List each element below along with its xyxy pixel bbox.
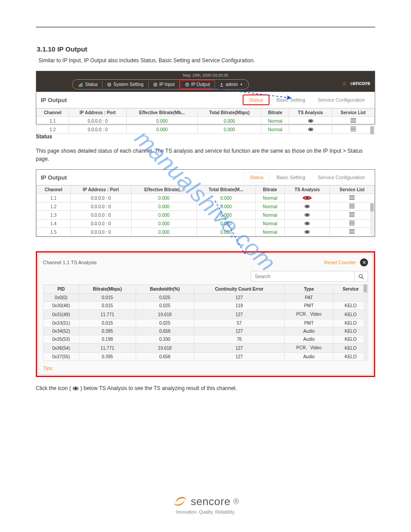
table-row: 0x36(54)11.77119.618127PCR、VideoKELO — [43, 343, 368, 353]
tips-label: Tips: — [43, 365, 368, 371]
list-icon[interactable] — [349, 204, 355, 208]
search-icon — [358, 274, 364, 279]
table-row: 1.40.0.0.0 : 00.0000.000Normal — [37, 219, 375, 228]
list-icon[interactable] — [349, 229, 355, 234]
list-icon[interactable] — [351, 127, 356, 131]
list-icon[interactable] — [351, 118, 356, 123]
svg-point-12 — [359, 274, 362, 277]
gear-icon — [153, 82, 158, 87]
top-rule — [36, 27, 375, 27]
scrollbar[interactable] — [370, 126, 374, 133]
brand-logo: Sencore — [341, 80, 370, 87]
svg-point-4 — [109, 84, 110, 85]
close-button[interactable]: ✕ — [360, 258, 368, 266]
eye-icon[interactable] — [303, 196, 312, 200]
table-row: 0x37(55)0.3950.658127AudioKELO — [43, 353, 368, 361]
search-button[interactable] — [354, 271, 368, 281]
svg-point-6 — [154, 84, 155, 85]
svg-point-8 — [187, 84, 188, 85]
svg-point-9 — [221, 83, 222, 84]
nav-pill: Status System Setting IP Input IP O — [72, 79, 249, 90]
nav-ip-output[interactable]: IP Output — [180, 80, 215, 89]
table-row: 0x30(48)0.0150.025119PMTKELO — [43, 302, 368, 310]
screenshot-status-table: IP Output Status Basic Setting Service C… — [36, 169, 375, 237]
table-row: 1.10.0.0.0 : 00.0000.000Normal — [37, 194, 375, 202]
tab-status[interactable]: Status — [244, 172, 269, 182]
tab-basic-setting[interactable]: Basic Setting — [271, 173, 311, 182]
status-paragraph: This page shows detailed status of each … — [36, 147, 375, 163]
svg-line-13 — [362, 277, 364, 279]
eye-icon[interactable] — [304, 205, 310, 208]
reset-counter-link[interactable]: Reset Counter — [324, 260, 356, 265]
table-header-row: PIDBitrate(Mbps)Bandwidth(%)Continuity C… — [43, 285, 368, 294]
scrollbar[interactable] — [364, 284, 367, 360]
tab-basic-setting[interactable]: Basic Setting — [271, 95, 311, 104]
tab-service-configuration[interactable]: Service Configuration — [313, 173, 370, 182]
output-status-table: ChannelIP Address : PortEffective Bitrat… — [36, 108, 375, 134]
nav-status[interactable]: Status — [74, 81, 103, 88]
section-title: 3.1.10 IP Output — [37, 45, 375, 53]
table-row: 1.50.0.0.0 : 00.0000.000Normal — [37, 228, 375, 236]
table-header-row: ChannelIP Address : PortEffective Bitrat… — [37, 109, 375, 117]
list-icon[interactable] — [349, 221, 355, 225]
bars-icon — [79, 82, 83, 87]
eye-instruction: Click the icon ( ) below TS Analysis to … — [36, 384, 375, 392]
page-footer: sencore® Innovation. Quality. Reliabilit… — [36, 495, 375, 515]
ts-analysis-table: PIDBitrate(Mbps)Bandwidth(%)Continuity C… — [43, 284, 368, 361]
table-row: 0x0(0)0.0150.025127PAT — [43, 294, 368, 302]
brand-logo: sencore® — [172, 495, 239, 508]
ts-analysis-annotation-box: Channel 1.1 TS Analysis Reset Counter ✕ — [36, 251, 375, 377]
eye-icon[interactable] — [304, 230, 310, 234]
table-row: 0x34(52)0.3950.658127AudioKELO — [43, 327, 368, 335]
eye-icon[interactable] — [308, 119, 313, 123]
brand-tagline: Innovation. Quality. Reliability. — [36, 510, 375, 515]
eye-icon — [73, 386, 79, 390]
scrollbar[interactable] — [370, 203, 374, 236]
table-row: 0x31(49)11.77119.618127PCR、VideoKELO — [43, 310, 368, 319]
nav-ip-input[interactable]: IP Input — [149, 81, 180, 88]
table-row: 0x35(53)0.1980.33076AudioKELO — [43, 335, 368, 343]
screenshot-top: May. 18th, 2020 03:26:25 Sencore Status — [36, 71, 375, 124]
table-row: 1.30.0.0.0 : 00.0000.000Normal — [37, 211, 375, 219]
panel-title: IP Output — [41, 174, 67, 181]
search-bar — [43, 271, 368, 282]
gear-icon — [107, 82, 111, 87]
table-row: 1.10.0.0.0 : 00.0000.000Normal — [37, 117, 375, 125]
svg-rect-2 — [81, 83, 82, 87]
table-row: 1.20.0.0.0 : 00.0000.000Normal — [37, 125, 375, 134]
swoosh-icon — [172, 495, 188, 508]
user-icon — [219, 82, 224, 87]
ts-panel-title: Channel 1.1 TS Analysis — [43, 260, 97, 265]
eye-icon[interactable] — [304, 213, 310, 217]
chevron-down-icon: ▾ — [240, 82, 242, 86]
list-icon[interactable] — [349, 212, 355, 217]
eye-icon[interactable] — [308, 128, 313, 131]
table-row: 0x33(51)0.0150.02557PMTKELO — [43, 319, 368, 327]
header-timestamp: May. 18th, 2020 03:26:25 — [36, 71, 375, 79]
table-header-row: ChannelIP Address : PortEffective Bitrat… — [37, 186, 375, 194]
svg-rect-0 — [79, 85, 80, 87]
list-icon[interactable] — [349, 195, 355, 200]
nav-system-setting[interactable]: System Setting — [103, 81, 148, 88]
status-subheading: Status — [36, 133, 52, 140]
search-input[interactable] — [251, 271, 354, 281]
nav-user[interactable]: admin▾ — [215, 81, 247, 88]
eye-icon[interactable] — [304, 222, 310, 225]
output-status-table-full: ChannelIP Address : PortEffective Bitrat… — [36, 185, 375, 236]
gear-icon — [185, 82, 189, 87]
svg-rect-1 — [80, 84, 81, 87]
intro-paragraph: Similar to IP Input, IP Output also incl… — [39, 56, 375, 64]
tab-service-configuration[interactable]: Service Configuration — [313, 95, 370, 104]
tab-status[interactable]: Status — [243, 94, 269, 105]
table-row: 1.20.0.0.0 : 00.0000.000Normal — [37, 202, 375, 211]
panel-title: IP Output — [41, 97, 67, 103]
